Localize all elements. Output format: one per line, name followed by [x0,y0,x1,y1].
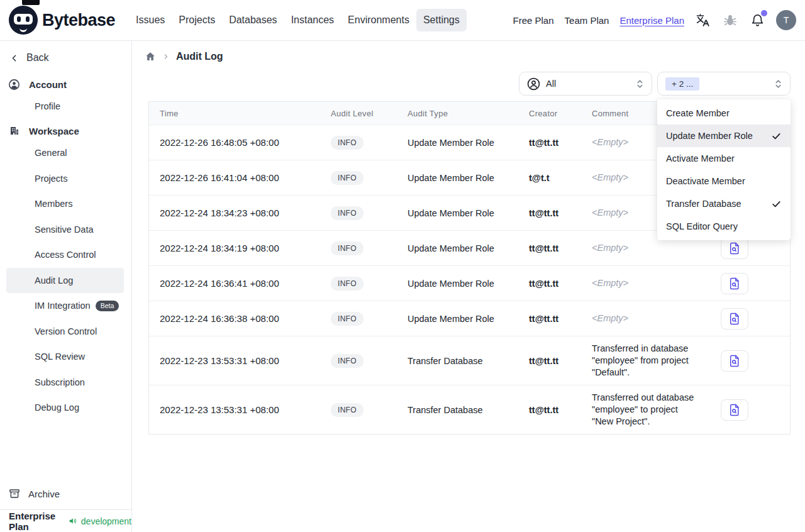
nav-item-settings[interactable]: Settings [416,9,467,31]
menu-item-create-member[interactable]: Create Member [657,102,791,125]
row-type: Update Member Role [408,208,529,218]
sidebar-item-label: Debug Log [35,402,79,413]
sidebar-item-version-control[interactable]: Version Control [0,319,131,345]
menu-item-transfer-database[interactable]: Transfer Database [657,192,791,215]
topbar-right: Free Plan Team Plan Enterprise Plan [513,10,796,30]
chevron-left-icon [9,53,19,64]
bug-icon[interactable] [722,12,738,28]
level-badge: INFO [331,136,364,150]
audit-log-row: 2022-12-24 16:36:41 +08:00INFOUpdate Mem… [149,265,790,301]
row-creator: t@t.t [529,173,592,183]
sidebar-item-label: Projects [35,174,67,184]
row-comment: Transferred out database "employee" to p… [592,385,707,434]
user-circle-icon [527,77,540,91]
sidebar-item-access-control[interactable]: Access Control [0,242,131,268]
top-navbar: Bytebase IssuesProjectsDatabasesInstance… [0,0,805,41]
sidebar-item-profile[interactable]: Profile [0,94,131,119]
row-level: INFO [331,241,408,255]
home-icon[interactable] [145,51,156,62]
row-time: 2022-12-23 13:53:31 +08:00 [149,404,331,415]
level-badge: INFO [331,241,364,255]
workspace-items: GeneralProjectsMembersSensitive DataAcce… [0,140,131,421]
sidebar-item-subscription[interactable]: Subscription [0,370,131,396]
col-audit-level: Audit Level [331,109,408,118]
check-icon [771,199,782,209]
translate-icon[interactable] [695,12,711,28]
sidebar-item-label: SQL Review [35,352,85,362]
audit-log-row: 2022-12-23 13:53:31 +08:00INFOTransfer D… [149,336,790,385]
menu-item-label: Transfer Database [666,199,741,209]
row-time: 2022-12-23 13:53:31 +08:00 [149,355,331,366]
sidebar-item-sensitive-data[interactable]: Sensitive Data [0,217,131,243]
nav-item-projects[interactable]: Projects [172,9,222,31]
avatar[interactable]: T [776,10,796,30]
sidebar-item-projects[interactable]: Projects [0,166,131,192]
beta-badge: Beta [96,301,119,311]
row-creator: tt@tt.tt [529,405,592,415]
brand-name: Bytebase [42,11,115,30]
brand-logo[interactable]: Bytebase [9,6,115,35]
free-plan-label: Free Plan [513,15,554,26]
check-icon [771,131,782,141]
level-badge: INFO [331,206,364,220]
row-creator: tt@tt.tt [529,208,592,218]
sidebar-item-general[interactable]: General [0,140,131,166]
menu-item-update-member-role[interactable]: Update Member Role [657,125,791,147]
nav-item-databases[interactable]: Databases [222,9,284,31]
audit-type-filter-select[interactable]: + 2 ... [657,72,791,96]
menu-item-label: Activate Member [666,153,735,163]
row-type: Update Member Role [408,243,529,253]
plan-footer: Enterprise Plan development [0,509,131,532]
back-button[interactable]: Back [9,48,131,67]
menu-item-sql-editor-query[interactable]: SQL Editor Query [657,215,791,238]
row-level: INFO [331,354,408,368]
view-audit-detail-button[interactable] [721,308,748,330]
sidebar-item-debug-log[interactable]: Debug Log [0,395,131,421]
row-comment: <Empty> [592,277,707,289]
bell-icon[interactable] [749,12,765,28]
select-arrows-icon [636,79,644,89]
row-type: Update Member Role [408,173,529,183]
creator-filter-value: All [546,79,556,89]
type-filter-pill: + 2 ... [665,77,699,91]
col-time: Time [149,109,331,118]
level-badge: INFO [331,171,364,185]
row-creator: tt@tt.tt [529,356,592,366]
row-type: Update Member Role [408,314,529,324]
row-creator: tt@tt.tt [529,314,592,324]
menu-item-activate-member[interactable]: Activate Member [657,147,791,170]
sidebar-item-label: IM Integration [35,301,91,311]
enterprise-plan-link[interactable]: Enterprise Plan [619,15,684,26]
section-workspace: Workspace [9,121,131,140]
audit-log-row: 2022-12-24 16:36:38 +08:00INFOUpdate Mem… [149,301,790,336]
menu-item-deactivate-member[interactable]: Deactivate Member [657,170,791,192]
row-type: Update Member Role [408,138,529,148]
view-audit-detail-button[interactable] [721,399,748,421]
sidebar-item-archive[interactable]: Archive [9,484,60,503]
account-items: Profile [0,94,131,119]
view-audit-detail-button[interactable] [721,273,748,294]
nav-item-instances[interactable]: Instances [284,9,341,31]
row-comment: <Empty> [592,313,707,324]
sidebar-item-audit-log[interactable]: Audit Log [6,268,124,294]
menu-item-label: Deactivate Member [666,176,745,186]
row-level: INFO [331,171,408,185]
volume-icon [69,516,77,526]
level-badge: INFO [331,312,364,326]
section-workspace-label: Workspace [29,126,79,136]
sidebar-item-im-integration[interactable]: IM IntegrationBeta [0,293,131,319]
row-actions [707,308,790,330]
view-audit-detail-button[interactable] [721,238,748,259]
footer-plan-label: Enterprise Plan [9,511,65,532]
view-audit-detail-button[interactable] [721,350,748,372]
sidebar-item-members[interactable]: Members [0,191,131,217]
row-actions [707,238,790,259]
back-label: Back [26,52,49,64]
nav-item-environments[interactable]: Environments [341,9,416,31]
sidebar-item-label: Audit Log [35,275,73,285]
sidebar-item-sql-review[interactable]: SQL Review [0,344,131,370]
user-icon [9,79,19,90]
nav-item-issues[interactable]: Issues [129,9,172,31]
creator-filter-select[interactable]: All [519,72,652,96]
archive-box-icon [9,488,20,499]
